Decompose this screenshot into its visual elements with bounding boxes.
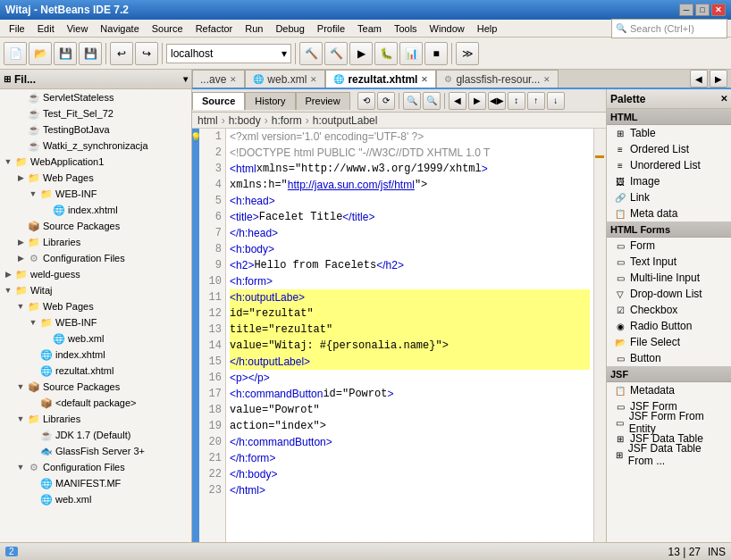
tree-arrow[interactable]: ▶ <box>14 254 27 263</box>
redo-button[interactable]: ↪ <box>135 42 158 65</box>
tree-item[interactable]: ▼📦Source Packages <box>0 379 191 395</box>
build-button[interactable]: 🔨 <box>299 42 323 65</box>
palette-close-button[interactable]: ✕ <box>720 94 727 104</box>
palette-item[interactable]: ▭Multi-line Input <box>607 270 731 286</box>
palette-item[interactable]: 📋Metadata <box>607 382 731 398</box>
tab-ave[interactable]: ...ave ✕ <box>192 70 245 88</box>
palette-item[interactable]: ▭Button <box>607 350 731 366</box>
breadcrumb-hbody[interactable]: h:body <box>229 114 261 127</box>
tree-item[interactable]: ☕Watki_z_synchronizacja <box>0 138 191 154</box>
palette-item[interactable]: ☑Checkbox <box>607 302 731 318</box>
menu-tools[interactable]: Tools <box>389 22 423 35</box>
menu-run[interactable]: Run <box>239 22 268 35</box>
tree-item[interactable]: 🌐index.xhtml <box>0 202 191 218</box>
code-line[interactable]: </h:head> <box>230 225 590 241</box>
code-line[interactable]: <h:head> <box>230 193 590 209</box>
tree-item[interactable]: ▼📁WEB-INF <box>0 314 191 330</box>
tree-item[interactable]: ▼📁WebApplication1 <box>0 154 191 170</box>
ed-toolbar-btn-4[interactable]: 🔍 <box>423 92 441 110</box>
tab-webxml[interactable]: 🌐 web.xml ✕ <box>245 70 325 88</box>
sub-tab-preview[interactable]: Preview <box>296 92 350 110</box>
tree-item[interactable]: ☕Test_Fit_Sel_72 <box>0 105 191 121</box>
tree-item[interactable]: ☕JDK 1.7 (Default) <box>0 427 191 443</box>
clean-build-button[interactable]: 🔨 <box>324 42 348 65</box>
breadcrumb-houtputlabel[interactable]: h:outputLabel <box>313 114 378 127</box>
save-all-button[interactable]: 💾 <box>79 42 102 65</box>
tree-item[interactable]: ▼⚙Configuration Files <box>0 459 191 475</box>
tree-arrow[interactable]: ▼ <box>14 463 27 472</box>
code-line[interactable]: <html xmlns="http://www.w3.org/1999/xhtm… <box>230 161 590 177</box>
breadcrumb-hform[interactable]: h:form <box>272 114 302 127</box>
tree-item[interactable]: ☕TestingBotJava <box>0 121 191 138</box>
sub-tab-source[interactable]: Source <box>192 92 245 110</box>
tree-item[interactable]: ▼📁Witaj <box>0 282 191 298</box>
tab-webxml-close[interactable]: ✕ <box>310 75 317 84</box>
code-line[interactable]: </html> <box>230 482 590 498</box>
tree-item[interactable]: 🌐index.xhtml <box>0 347 191 363</box>
code-editor[interactable]: 💡 1234567891011121314151617181920212223 … <box>192 129 606 542</box>
code-line[interactable]: <h:outputLabe> <box>230 289 590 305</box>
palette-item[interactable]: 📋Meta data <box>607 205 731 221</box>
ed-toolbar-btn-6[interactable]: ▶ <box>468 92 486 110</box>
ed-toolbar-btn-7[interactable]: ◀▶ <box>488 92 506 110</box>
code-line[interactable]: value="Powrot" <box>230 402 590 418</box>
code-line[interactable]: id="rezultat" <box>230 305 590 322</box>
code-line[interactable]: <h2> Hello from Facelets </h2> <box>230 257 590 273</box>
tree-item[interactable]: ▶📁Web Pages <box>0 170 191 186</box>
palette-item[interactable]: ▭Form <box>607 238 731 254</box>
tab-glassfish-close[interactable]: ✕ <box>543 75 550 84</box>
palette-item[interactable]: ◉Radio Button <box>607 318 731 334</box>
menu-refactor[interactable]: Refactor <box>190 22 239 35</box>
profile-button[interactable]: 📊 <box>399 42 423 65</box>
tree-item[interactable]: 📦<default package> <box>0 395 191 411</box>
palette-item[interactable]: ⊞Table <box>607 125 731 141</box>
palette-item[interactable]: ▭JSF Form From Entity <box>607 414 731 430</box>
tree-item[interactable]: 🌐web.xml <box>0 330 191 347</box>
server-combo[interactable]: localhost ▾ <box>166 44 291 63</box>
code-line[interactable]: <p></p> <box>230 370 590 386</box>
search-box[interactable]: 🔍 Search (Ctrl+I) <box>611 19 727 38</box>
open-button[interactable]: 📂 <box>29 42 52 65</box>
palette-item[interactable]: ≡Unordered List <box>607 157 731 173</box>
tree-arrow[interactable]: ▼ <box>2 286 14 295</box>
ed-toolbar-btn-2[interactable]: ⟳ <box>377 92 395 110</box>
code-line[interactable]: <!DOCTYPE html PUBLIC "-//W3C//DTD XHTML… <box>230 145 590 161</box>
tree-item[interactable]: ▶📁weld-guess <box>0 266 191 282</box>
palette-item[interactable]: ≡Ordered List <box>607 141 731 157</box>
tree-arrow[interactable]: ▶ <box>14 173 27 182</box>
debug-button[interactable]: 🐛 <box>374 42 398 65</box>
menu-view[interactable]: View <box>62 22 94 35</box>
tree-arrow[interactable]: ▶ <box>14 238 27 247</box>
code-line[interactable]: value="Witaj: #{personalia.name}"> <box>230 338 590 354</box>
tree-item[interactable]: 🌐rezultat.xhtml <box>0 363 191 379</box>
palette-item[interactable]: 🔗Link <box>607 189 731 205</box>
palette-item[interactable]: ▭Text Input <box>607 254 731 270</box>
menu-profile[interactable]: Profile <box>312 22 350 35</box>
tree-arrow[interactable]: ▼ <box>14 382 27 391</box>
tree-item[interactable]: ▼📁WEB-INF <box>0 186 191 202</box>
tree-arrow[interactable]: ▼ <box>2 157 14 166</box>
maximize-button[interactable]: □ <box>695 4 710 16</box>
code-line[interactable]: </h:body> <box>230 466 590 482</box>
palette-group-header[interactable]: HTML <box>607 109 731 125</box>
breadcrumb-html[interactable]: html <box>197 114 218 127</box>
save-button[interactable]: 💾 <box>54 42 77 65</box>
stop-button[interactable]: ■ <box>424 42 448 65</box>
menu-window[interactable]: Window <box>424 22 470 35</box>
code-line[interactable]: xmlns:h="http://java.sun.com/jsf/html"> <box>230 177 590 193</box>
code-line[interactable]: <title>Facelet Title</title> <box>230 209 590 225</box>
code-line[interactable]: title="rezultat" <box>230 322 590 338</box>
undo-button[interactable]: ↩ <box>110 42 133 65</box>
more-button[interactable]: ≫ <box>456 42 479 65</box>
ed-toolbar-btn-3[interactable]: 🔍 <box>403 92 421 110</box>
tab-glassfish[interactable]: ⚙ glassfish-resour... ✕ <box>436 70 559 88</box>
tree-item[interactable]: ▶📁Libraries <box>0 234 191 250</box>
menu-team[interactable]: Team <box>352 22 387 35</box>
minimize-button[interactable]: ─ <box>679 4 693 16</box>
tree-item[interactable]: 🌐web.xml <box>0 491 191 507</box>
tab-ave-close[interactable]: ✕ <box>230 75 237 84</box>
code-line[interactable]: <?xml version='1.0' encoding='UTF-8' ?> <box>230 129 590 145</box>
panel-collapse-button[interactable]: ▾ <box>183 74 188 84</box>
tree-item[interactable]: ▼📁Web Pages <box>0 298 191 314</box>
code-line[interactable]: </h:outputLabel> <box>230 354 590 370</box>
